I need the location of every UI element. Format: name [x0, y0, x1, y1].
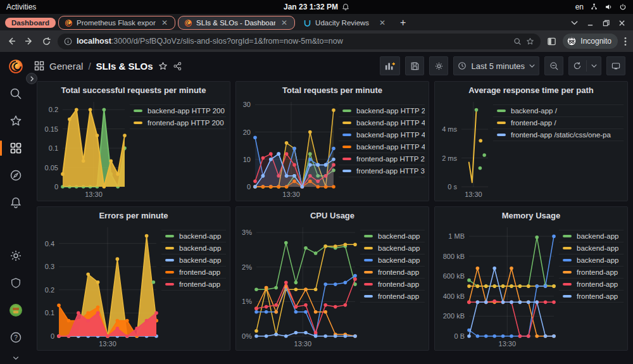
- volume-icon[interactable]: [605, 3, 613, 11]
- legend-item[interactable]: backend-app: [559, 254, 624, 267]
- breadcrumb-dashboard-title[interactable]: SLIs & SLOs: [96, 61, 153, 72]
- breadcrumb-folder[interactable]: General: [49, 61, 83, 72]
- sidebar-item-alerting[interactable]: [5, 193, 27, 212]
- legend-item[interactable]: backend-app HTTP 404: [339, 117, 425, 129]
- clock[interactable]: Jan 23 1:32 PM: [146, 3, 487, 11]
- legend-item[interactable]: frontend-app: [161, 267, 226, 279]
- legend-item[interactable]: backend-app: [559, 230, 624, 242]
- url-text[interactable]: localhost:3000/d/PsfBQJoVz/slis-and-slos…: [77, 37, 509, 46]
- zoom-out-time-button[interactable]: [544, 56, 563, 75]
- refresh-interval-chevron-icon[interactable]: [591, 64, 597, 68]
- chart-plot[interactable]: 00.050.10.150.213:30: [40, 97, 130, 199]
- reload-button[interactable]: [42, 37, 51, 46]
- panel-title[interactable]: CPU Usage: [239, 211, 426, 222]
- refresh-icon[interactable]: [573, 61, 582, 70]
- sidebar-item-starred[interactable]: [5, 111, 27, 130]
- tab-udacity-reviews[interactable]: Udacity Reviews ✕: [298, 16, 392, 30]
- network-icon[interactable]: [590, 3, 598, 11]
- svg-text:0.1: 0.1: [49, 144, 58, 152]
- panel-total-requests: Total requests per minute 010203013:30ba…: [235, 81, 429, 201]
- legend-item[interactable]: backend-app: [161, 254, 226, 267]
- refresh-button-group[interactable]: [568, 56, 601, 75]
- panel-title[interactable]: Average response time per path: [437, 85, 625, 97]
- tab-group-label[interactable]: Dashboard: [5, 18, 56, 28]
- legend-item[interactable]: frontend-app: [360, 279, 425, 291]
- legend-item[interactable]: backend-app: [360, 242, 425, 254]
- legend-item[interactable]: frontend-app HTTP 200: [339, 153, 425, 165]
- legend-item[interactable]: frontend-app: [360, 291, 425, 303]
- legend-label: backend-app HTTP 405: [356, 131, 425, 139]
- legend-item[interactable]: backend-app: [161, 230, 226, 242]
- panel-title[interactable]: Total successful requests per minute: [40, 85, 227, 97]
- legend-item[interactable]: frontend-app: [161, 279, 226, 291]
- menu-kebab-icon[interactable]: [624, 37, 627, 46]
- tab-slis-slos[interactable]: SLIs & SLOs - Dashboards ✕: [178, 16, 295, 30]
- sidebar-scroll-chevron-icon[interactable]: [5, 355, 27, 361]
- sidebar-item-server-admin[interactable]: [5, 273, 27, 292]
- sidebar-item-configuration[interactable]: [5, 246, 27, 265]
- legend-item[interactable]: backend-app: [360, 254, 425, 267]
- legend-item[interactable]: frontend-app: [559, 291, 624, 303]
- chart-plot[interactable]: 0%1%2%3%13:30: [239, 222, 360, 349]
- chart-plot[interactable]: 0 B200 kB400 kB600 kB800 kB1 MB13:30: [437, 222, 559, 349]
- legend-item[interactable]: backend-app: [360, 230, 425, 242]
- save-dashboard-button[interactable]: [405, 56, 424, 75]
- chart-plot[interactable]: 0 s2 ms4 ms13:30: [437, 97, 493, 199]
- minimize-button[interactable]: [587, 20, 594, 27]
- legend-item[interactable]: backend-app HTTP 200: [339, 105, 425, 117]
- sidebar-expand-button[interactable]: [26, 73, 37, 84]
- tab-search-chevron-icon[interactable]: [571, 20, 578, 25]
- chart-plot[interactable]: 010203013:30: [239, 97, 339, 199]
- legend-item[interactable]: frontend-app /: [493, 117, 624, 129]
- chart-legend: backend-appbackend-appbackend-appfronten…: [161, 230, 226, 291]
- sidebar-item-explore[interactable]: [5, 166, 27, 185]
- tab-close-icon[interactable]: ✕: [160, 18, 170, 27]
- tab-close-icon[interactable]: ✕: [377, 18, 387, 27]
- add-panel-button[interactable]: [380, 56, 400, 75]
- close-window-button[interactable]: [618, 20, 625, 27]
- dashboard-settings-button[interactable]: [429, 56, 448, 75]
- favorite-star-icon[interactable]: [158, 61, 168, 71]
- dashboard-grid: Total successful requests per minute 00.…: [32, 80, 633, 364]
- legend-item[interactable]: backend-app /: [493, 105, 624, 117]
- legend-item[interactable]: frontend-app: [559, 279, 624, 291]
- sidebar-item-help[interactable]: ?: [5, 328, 27, 347]
- keyboard-layout-indicator[interactable]: en: [575, 3, 584, 11]
- new-tab-button[interactable]: +: [395, 17, 411, 28]
- tab-close-icon[interactable]: ✕: [279, 18, 289, 27]
- site-info-icon[interactable]: [64, 37, 72, 46]
- chart-plot[interactable]: 00.10.20.30.413:30: [40, 222, 161, 349]
- search-tabs-icon[interactable]: [513, 37, 522, 46]
- legend-swatch: [134, 110, 142, 112]
- legend-item[interactable]: backend-app: [161, 242, 226, 254]
- legend-item[interactable]: frontend-app: [360, 267, 425, 279]
- power-icon[interactable]: [619, 3, 627, 11]
- cycle-view-mode-button[interactable]: [606, 56, 625, 75]
- grafana-logo[interactable]: [5, 57, 27, 76]
- sidebar-item-dashboards[interactable]: [5, 139, 27, 158]
- forward-button[interactable]: [24, 36, 34, 46]
- user-avatar[interactable]: [5, 301, 27, 320]
- restore-button[interactable]: [603, 20, 610, 27]
- legend-item[interactable]: backend-app HTTP 200: [130, 105, 226, 117]
- legend-item[interactable]: frontend-app HTTP 304: [339, 165, 425, 177]
- legend-item[interactable]: frontend-app: [559, 267, 624, 279]
- side-panel-icon[interactable]: [547, 37, 556, 46]
- legend-item[interactable]: frontend-app /static/css/one-pa: [493, 129, 624, 141]
- time-range-picker[interactable]: Last 5 minutes: [453, 56, 539, 75]
- back-button[interactable]: [6, 36, 16, 46]
- activities-button[interactable]: Activities: [6, 3, 36, 11]
- tab-prometheus-flask[interactable]: Prometheus Flask exporte ✕: [58, 16, 175, 30]
- bookmark-star-icon[interactable]: [526, 37, 534, 46]
- incognito-badge[interactable]: Incognito: [563, 34, 618, 49]
- legend-item[interactable]: backend-app HTTP 405: [339, 129, 425, 141]
- panel-title[interactable]: Memory Usage: [437, 211, 625, 222]
- sidebar-item-search[interactable]: [5, 84, 27, 103]
- legend-item[interactable]: backend-app: [559, 242, 624, 254]
- share-icon[interactable]: [173, 61, 182, 71]
- address-bar[interactable]: localhost:3000/d/PsfBQJoVz/slis-and-slos…: [58, 34, 541, 49]
- legend-item[interactable]: backend-app HTTP 400: [339, 141, 425, 153]
- panel-title[interactable]: Total requests per minute: [239, 85, 426, 97]
- panel-title[interactable]: Errors per minute: [40, 211, 227, 222]
- legend-item[interactable]: frontend-app HTTP 200: [130, 117, 226, 129]
